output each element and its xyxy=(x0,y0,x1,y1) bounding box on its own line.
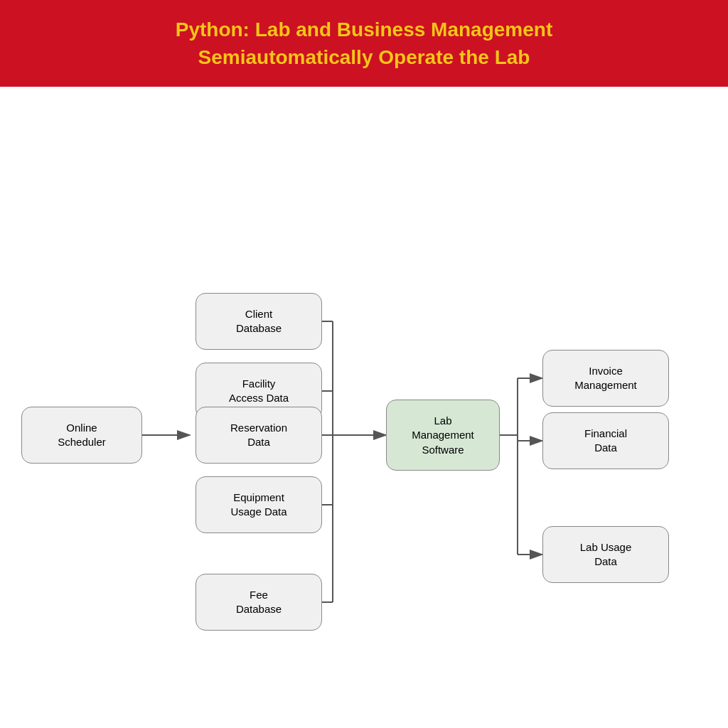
node-lab-management: LabManagementSoftware xyxy=(386,400,500,471)
node-invoice-management: InvoiceManagement xyxy=(542,350,669,407)
header: Python: Lab and Business Management Semi… xyxy=(0,0,728,87)
node-reservation-data: ReservationData xyxy=(196,407,322,464)
header-title: Python: Lab and Business Management Semi… xyxy=(28,16,700,71)
node-equipment-usage: EquipmentUsage Data xyxy=(196,476,322,533)
node-financial-data: FinancialData xyxy=(542,412,669,469)
node-online-scheduler: OnlineScheduler xyxy=(21,407,142,464)
node-client-database: ClientDatabase xyxy=(196,293,322,350)
diagram-area: OnlineScheduler ClientDatabase FacilityA… xyxy=(0,87,728,712)
node-fee-database: FeeDatabase xyxy=(196,574,322,631)
node-lab-usage-data: Lab UsageData xyxy=(542,526,669,583)
